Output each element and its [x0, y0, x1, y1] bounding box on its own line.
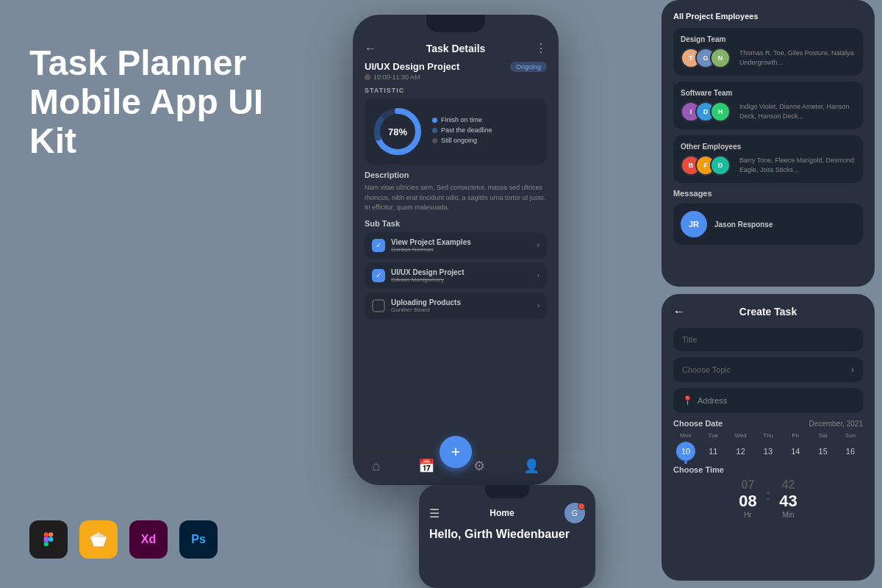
legend-label-1: Finish on time [441, 116, 482, 123]
minutes-col: 42 43 Min [779, 478, 797, 519]
nav-title: Task Details [426, 43, 486, 54]
topic-chevron-icon: › [851, 365, 854, 375]
subtask-check-2[interactable] [372, 269, 385, 282]
svg-rect-4 [44, 542, 49, 546]
software-team-name: Software Team [681, 89, 856, 97]
home-nav: ☰ Home G [429, 503, 585, 523]
more-icon[interactable]: ⋮ [535, 41, 547, 55]
task-time: 10:00-11:30 AM [365, 74, 547, 81]
subtask-person-2: Gibson Montgomery [391, 276, 531, 283]
day-thu[interactable]: Thu 13 [756, 432, 781, 461]
home-nav-icon[interactable]: ⌂ [372, 459, 380, 474]
settings-nav-icon[interactable]: ⚙ [473, 458, 485, 474]
time-section: Choose Time 07 08 Hr : 42 43 Min [673, 465, 863, 519]
figma-icon[interactable] [29, 520, 68, 559]
day-num-10[interactable]: 10 [676, 442, 695, 461]
hours-unit: Hr [739, 511, 756, 519]
other-team-row: B F D Barry Tone, Fleece Marigold, Desmo… [681, 155, 856, 176]
day-fri[interactable]: Fri 14 [783, 432, 808, 461]
message-item-1[interactable]: JR Jason Response [673, 204, 863, 245]
statistic-label: STATISTIC [365, 87, 547, 94]
profile-nav-icon[interactable]: 👤 [523, 458, 539, 474]
home-title: Home [490, 508, 514, 518]
day-name-mon: Mon [673, 432, 698, 439]
phone2-notch [485, 485, 529, 498]
subtask-info-1: View Project Examples Gordon Norman [391, 238, 531, 253]
address-field[interactable]: 📍 Address [673, 388, 863, 413]
employees-panel: All Project Employees Design Team T G N … [662, 0, 875, 287]
software-team-avatars: I D H [681, 101, 725, 122]
topic-field[interactable]: Choose Topic › [673, 357, 863, 382]
fab-add-button[interactable]: + [440, 436, 472, 468]
calendar-nav-icon[interactable]: 📅 [418, 458, 434, 474]
back-icon[interactable]: ← [365, 42, 376, 55]
day-sun[interactable]: Sun 16 [838, 432, 863, 461]
topic-placeholder: Choose Topic [682, 365, 731, 374]
subtask-item-3[interactable]: Uploading Products Gunther Beard › [365, 293, 547, 319]
hours-top[interactable]: 07 [739, 478, 756, 492]
avatar-9: D [710, 155, 731, 176]
avatar-3: N [710, 48, 731, 68]
xd-icon[interactable]: Xd [129, 520, 168, 559]
day-tue[interactable]: Tue 11 [700, 432, 725, 461]
subtask-person-3: Gunther Beard [391, 306, 531, 313]
other-team-avatars: B F D [681, 155, 725, 176]
day-num-14[interactable]: 14 [786, 442, 805, 461]
description-label: Description [365, 171, 547, 179]
subtask-chevron-3[interactable]: › [537, 301, 539, 309]
ps-icon[interactable]: Ps [179, 520, 218, 559]
subtask-chevron-1[interactable]: › [537, 241, 539, 249]
calendar-days: Mon 10 Tue 11 Wed 12 Thu 13 Fri 14 Sat 1… [673, 432, 863, 461]
legend-label-2: Past the deadline [441, 126, 492, 134]
subtask-person-1: Gordon Norman [391, 246, 531, 253]
other-team-members: Barry Tone, Fleece Marigold, Desmond Eag… [739, 156, 856, 174]
ongoing-badge: Ongoing [510, 62, 547, 72]
tool-icons-row: Xd Ps [29, 520, 218, 559]
time-dot [365, 74, 370, 80]
other-team-name: Other Employees [681, 143, 856, 151]
menu-icon[interactable]: ☰ [429, 506, 440, 520]
title-field[interactable]: Title [673, 328, 863, 351]
title-placeholder: Title [682, 335, 697, 344]
time-text: 10:00-11:30 AM [373, 74, 420, 81]
day-num-12[interactable]: 12 [731, 442, 750, 461]
subtask-check-3[interactable] [372, 299, 385, 312]
sketch-icon[interactable] [79, 520, 118, 559]
svg-point-3 [49, 537, 53, 542]
legend-dot-3 [432, 138, 437, 143]
software-team-members: Indigo Violet, Dianne Ameter, Hanson Dec… [739, 102, 856, 121]
design-team-row: T G N Thomas R. Toe, Giles Posture, Nata… [681, 48, 856, 68]
phone-task-details: ← Task Details ⋮ UI/UX Design Project On… [353, 15, 559, 485]
minutes-top[interactable]: 42 [779, 478, 797, 492]
hours-main[interactable]: 08 [739, 492, 756, 511]
day-num-15[interactable]: 15 [814, 442, 833, 461]
subtask-name-1: View Project Examples [391, 238, 531, 246]
subtask-name-3: Uploading Products [391, 298, 531, 306]
phone-notch [426, 15, 485, 32]
day-name-thu: Thu [756, 432, 781, 439]
subtask-check-1[interactable] [372, 239, 385, 252]
home-avatar[interactable]: G [564, 503, 585, 523]
software-team-section: Software Team I D H Indigo Violet, Diann… [673, 82, 863, 129]
legend-item-2: Past the deadline [432, 126, 539, 134]
time-label: Choose Time [673, 465, 863, 474]
subtask-item-2[interactable]: UI/UX Design Project Gibson Montgomery › [365, 262, 547, 289]
day-mon[interactable]: Mon 10 [673, 432, 698, 461]
subtask-item-1[interactable]: View Project Examples Gordon Norman › [365, 232, 547, 259]
description-text: Nam vitae ultricies sem. Sed consectetur… [365, 183, 547, 213]
create-task-title: Create Task [739, 306, 797, 318]
task-header: UI/UX Design Project Ongoing 10:00-11:30… [365, 61, 547, 81]
location-icon: 📍 [682, 395, 693, 406]
phone-screen: ← Task Details ⋮ UI/UX Design Project On… [353, 32, 559, 451]
day-wed[interactable]: Wed 12 [728, 432, 753, 461]
create-task-back[interactable]: ← [673, 305, 685, 318]
day-sat[interactable]: Sat 15 [811, 432, 836, 461]
minutes-main[interactable]: 43 [779, 492, 797, 511]
subtask-chevron-2[interactable]: › [537, 271, 539, 279]
day-num-11[interactable]: 11 [703, 442, 723, 461]
day-num-13[interactable]: 13 [759, 442, 778, 461]
time-separator: : [763, 487, 774, 503]
subtask-info-2: UI/UX Design Project Gibson Montgomery [391, 268, 531, 283]
design-team-name: Design Team [681, 35, 856, 43]
day-num-16[interactable]: 16 [841, 442, 860, 461]
